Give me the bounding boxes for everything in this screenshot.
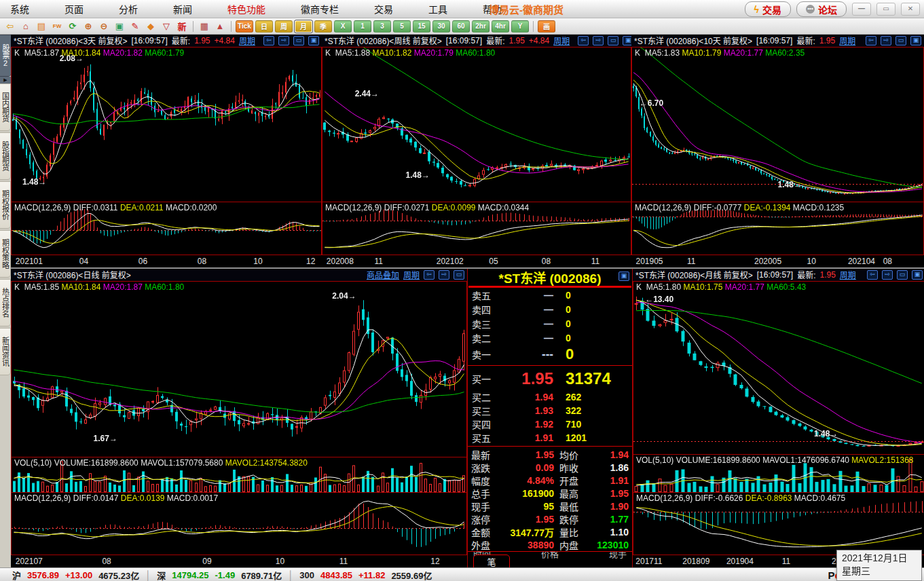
sell-row-1[interactable]: 卖一 --- 0 (468, 345, 632, 364)
period-link[interactable]: 周期 (840, 269, 856, 280)
overlay-icon[interactable]: ▣ (113, 20, 126, 33)
period-link[interactable]: 周期 (839, 35, 855, 46)
period-button-4hr[interactable]: 4hr (492, 20, 509, 33)
sidebar-tab-hot-ranking[interactable]: 热点排名 (0, 279, 11, 326)
prev-icon[interactable]: ⇦ (867, 270, 878, 280)
period-button-1[interactable]: 1 (354, 20, 371, 33)
maximize-pane-icon[interactable]: ▣ (912, 270, 923, 280)
macd-canvas-monthly[interactable] (633, 493, 924, 555)
prev-icon[interactable]: ⇦ (578, 36, 589, 45)
zoom-in-icon[interactable]: ⊕ (81, 20, 95, 33)
volume-canvas-monthly[interactable] (633, 455, 924, 492)
prev-icon[interactable]: ⇦ (424, 270, 435, 280)
macd-canvas-10day[interactable] (632, 202, 923, 255)
sidebar-tab-news-info[interactable]: 新闻资讯 (0, 328, 11, 375)
tick-tab[interactable]: 笔 (473, 555, 510, 567)
sidebar-tab-options-quotes[interactable]: 期权报价 (0, 181, 11, 229)
kline-canvas-monthly[interactable] (633, 282, 924, 454)
kline-canvas-3day[interactable] (12, 48, 321, 202)
sell-row-4[interactable]: 卖四 — 0 (468, 302, 632, 316)
period-button-周[interactable]: 周 (275, 20, 293, 33)
buy-row-1[interactable]: 买一 1.95 31374 (468, 367, 632, 390)
filter-icon[interactable]: ▽ (160, 20, 173, 33)
sidebar-tab-options-strategy[interactable]: 期权策略 (0, 230, 11, 278)
split-icon[interactable]: ▭ (897, 270, 908, 280)
home-icon[interactable]: ⌂ (19, 20, 33, 33)
sell-row-5[interactable]: 卖五 — 0 (468, 288, 632, 302)
report-icon[interactable]: ▤ (35, 20, 48, 33)
buy-row-5[interactable]: 买五 1.91 1201 (468, 431, 632, 445)
period-button-Tick[interactable]: Tick (236, 20, 253, 33)
menu-news[interactable]: 新闻 (163, 2, 202, 16)
next-icon[interactable]: ⇨ (439, 270, 449, 280)
period-button-季[interactable]: 季 (314, 20, 332, 33)
trade-button[interactable]: ϟ 交易 (745, 1, 791, 17)
maximize-pane-icon[interactable]: ▣ (910, 36, 921, 45)
split-icon[interactable]: ▭ (293, 36, 304, 45)
period-button-3[interactable]: 3 (373, 20, 391, 33)
period-button-Y[interactable]: Y (511, 20, 529, 33)
split-icon[interactable]: ▭ (454, 270, 464, 280)
buy-row-2[interactable]: 买二 1.94 262 (468, 390, 632, 404)
sidebar-tab-index-futures[interactable]: 股指期货 (0, 132, 11, 180)
volume-canvas-daily[interactable] (12, 457, 466, 492)
overlay-link[interactable]: 商品叠加 (367, 269, 399, 280)
kline-chart-icon[interactable]: ▲ (213, 20, 227, 33)
quote-window-icon[interactable]: ▣ (618, 271, 629, 281)
zoom-out-icon[interactable]: ⊖ (97, 20, 111, 33)
menu-special-features[interactable]: 特色功能 (217, 2, 276, 16)
maximize-pane-icon[interactable]: ▣ (623, 36, 631, 45)
period-button-X[interactable]: X (334, 20, 352, 33)
kline-canvas-10day[interactable] (632, 48, 923, 202)
fw-icon[interactable]: FW (50, 20, 64, 33)
prev-icon[interactable]: ⇦ (866, 36, 876, 45)
menu-system[interactable]: 系统 (0, 2, 39, 16)
sell-row-3[interactable]: 卖三 — 0 (468, 316, 632, 331)
quote-table-icon[interactable]: ▦ (198, 20, 211, 33)
menu-trade[interactable]: 交易 (364, 2, 403, 16)
period-button-15[interactable]: 15 (413, 20, 430, 33)
menu-page[interactable]: 页面 (54, 2, 94, 16)
split-icon[interactable]: ▭ (608, 36, 618, 45)
macd-canvas-3day[interactable] (12, 202, 321, 255)
brush-icon[interactable]: ◆ (144, 20, 158, 33)
next-icon[interactable]: ⇨ (278, 36, 289, 45)
period-link[interactable]: 周期 (553, 35, 570, 46)
period-link[interactable]: 周期 (403, 269, 420, 280)
sidebar-tab-stocks2[interactable]: 股票2 (0, 35, 12, 77)
pencil-icon[interactable]: ✎ (128, 20, 142, 33)
minimize-button[interactable]: — (852, 3, 871, 16)
sidebar-tab-domestic-futures[interactable]: 国内期货 (0, 83, 11, 131)
menu-analysis[interactable]: 分析 (109, 2, 148, 16)
macd-canvas-weekly[interactable] (322, 202, 631, 255)
period-button-日[interactable]: 日 (255, 20, 273, 33)
period-button-月[interactable]: 月 (295, 20, 312, 33)
menu-tools[interactable]: 工具 (418, 2, 458, 16)
forum-button[interactable]: ••• 论坛 (796, 1, 847, 17)
refresh-icon[interactable]: ⟳ (66, 20, 79, 33)
next-icon[interactable]: ⇨ (593, 36, 604, 45)
draw-button[interactable]: 画 (538, 20, 555, 33)
maximize-button[interactable]: ▭ (876, 3, 895, 16)
next-icon[interactable]: ⇨ (881, 36, 891, 45)
tick-col-price: 价格 (541, 551, 559, 560)
buy-row-3[interactable]: 买三 1.93 322 (468, 404, 632, 417)
next-icon[interactable]: ⇨ (882, 270, 893, 280)
new-icon[interactable]: 新 (175, 20, 189, 33)
kline-canvas-weekly[interactable] (322, 48, 631, 202)
split-icon[interactable]: ▭ (895, 36, 906, 45)
maximize-pane-icon[interactable]: ▣ (308, 36, 319, 45)
period-button-2hr[interactable]: 2hr (472, 20, 489, 33)
macd-canvas-daily[interactable] (12, 493, 466, 555)
period-button-60[interactable]: 60 (452, 20, 470, 33)
buy-row-4[interactable]: 买四 1.92 710 (468, 417, 632, 431)
prev-icon[interactable]: ⇦ (263, 36, 274, 45)
period-button-30[interactable]: 30 (432, 20, 450, 33)
period-link[interactable]: 周期 (239, 35, 255, 46)
period-button-5[interactable]: 5 (393, 20, 411, 33)
kline-canvas-daily[interactable] (12, 282, 466, 457)
back-icon[interactable]: ⇦ (3, 20, 17, 33)
sell-row-2[interactable]: 卖二 — 0 (468, 331, 632, 345)
close-button[interactable]: ✕ (901, 3, 920, 16)
menu-huishang-column[interactable]: 徽商专栏 (291, 2, 349, 16)
